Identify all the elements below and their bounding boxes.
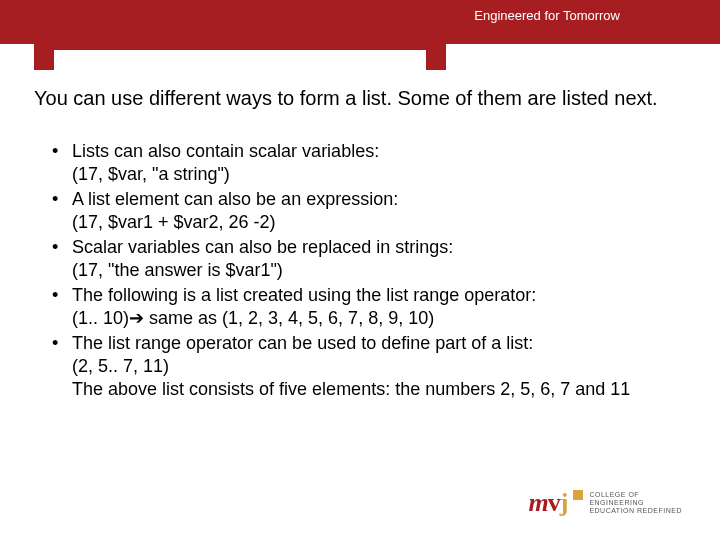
header-tagline: Engineered for Tomorrow: [474, 8, 620, 23]
logo-line1: COLLEGE OF: [589, 491, 682, 499]
bullet-sub: (17, $var1 + $var2, 26 -2): [72, 211, 686, 234]
bullet-text: A list element can also be an expression…: [72, 189, 398, 209]
bullet-sub: (17, $var, "a string"): [72, 163, 686, 186]
bullet-sub2: The above list consists of five elements…: [72, 378, 686, 401]
intro-text: You can use different ways to form a lis…: [34, 86, 686, 111]
logo-letter-v: v: [548, 488, 560, 517]
list-item: A list element can also be an expression…: [52, 188, 686, 234]
footer-logo: mvj COLLEGE OF ENGINEERING EDUCATION RED…: [528, 488, 682, 518]
bullet-sub: (2, 5.. 7, 11): [72, 355, 686, 378]
logo-box-icon: [573, 490, 583, 500]
logo-letter-j: j: [560, 488, 568, 517]
logo-letter-m: m: [528, 488, 547, 517]
list-item: The list range operator can be used to d…: [52, 332, 686, 401]
list-item: The following is a list created using th…: [52, 284, 686, 330]
bullet-text: The list range operator can be used to d…: [72, 333, 533, 353]
bullet-list: Lists can also contain scalar variables:…: [52, 140, 686, 403]
logo-line2: ENGINEERING: [589, 499, 682, 507]
header-notch: [34, 30, 446, 70]
bullet-sub: (17, "the answer is $var1"): [72, 259, 686, 282]
list-item: Scalar variables can also be replaced in…: [52, 236, 686, 282]
logo-line3: EDUCATION REDEFINED: [589, 507, 682, 515]
bullet-sub: (1.. 10)➔ same as (1, 2, 3, 4, 5, 6, 7, …: [72, 307, 686, 330]
logo-text: COLLEGE OF ENGINEERING EDUCATION REDEFIN…: [589, 491, 682, 514]
bullet-text: Lists can also contain scalar variables:: [72, 141, 379, 161]
bullet-text: Scalar variables can also be replaced in…: [72, 237, 453, 257]
bullet-text: The following is a list created using th…: [72, 285, 536, 305]
logo-mark: mvj: [528, 488, 567, 518]
list-item: Lists can also contain scalar variables:…: [52, 140, 686, 186]
